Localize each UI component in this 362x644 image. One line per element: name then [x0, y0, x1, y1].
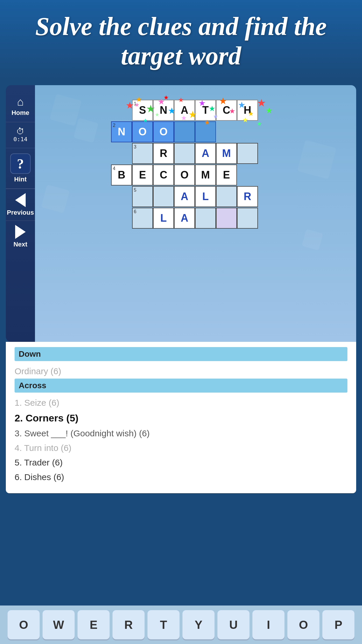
crossword-container: ★ ★ ★ ★ ★ ★ ★ ★ ★ ★ ★ ★ ★ ★ ★ ★ ★ ★ ★ ★	[111, 100, 280, 229]
key-r[interactable]: R	[113, 610, 145, 639]
clue-across-5[interactable]: 5. Trader (6)	[15, 455, 347, 470]
game-area: ★ ★ ★ ★ ★ ★ ★ ★ ★ ★ ★ ★ ★ ★ ★ ★ ★ ★ ★ ★	[35, 85, 356, 342]
key-o[interactable]: O	[8, 610, 40, 639]
home-icon: ⌂	[17, 96, 24, 107]
cell-6-5[interactable]	[216, 208, 237, 229]
cell-number-1: 1	[134, 101, 136, 106]
cell-5-6[interactable]: R	[237, 186, 258, 207]
key-w[interactable]: W	[43, 610, 75, 639]
timer-value: 0:14	[13, 136, 27, 143]
cell-1-2[interactable]: N	[153, 100, 174, 121]
sidebar-item-previous[interactable]: Previous	[6, 189, 35, 220]
cell-4-5[interactable]: E	[216, 164, 237, 186]
cell-4-4[interactable]: M	[195, 164, 216, 186]
key-t[interactable]: T	[147, 610, 180, 639]
cell-2-6-empty	[216, 121, 237, 142]
sidebar-item-next[interactable]: Next	[6, 220, 35, 252]
cell-2-1[interactable]: 2 N	[111, 121, 132, 142]
key-y[interactable]: Y	[182, 610, 215, 639]
cell-6-2[interactable]: L	[153, 208, 174, 229]
cell-6-6[interactable]	[237, 208, 258, 229]
key-u[interactable]: U	[217, 610, 249, 639]
cell-5-3[interactable]: A	[174, 186, 195, 207]
cell-1-6[interactable]: H	[237, 100, 258, 121]
hint-label: Hint	[14, 176, 27, 183]
clue-across-header: Across	[15, 379, 347, 393]
cell-4-2[interactable]: C	[153, 164, 174, 186]
clue-down-header: Down	[15, 347, 347, 361]
key-i[interactable]: I	[252, 610, 284, 639]
cell-number-2: 2	[113, 123, 115, 128]
home-label: Home	[11, 109, 29, 117]
cell-4-0[interactable]: 4 B	[111, 164, 132, 186]
cell-number-5: 5	[134, 188, 136, 193]
clue-across-6[interactable]: 6. Dishes (6)	[15, 470, 347, 484]
cell-6-3[interactable]: A	[174, 208, 195, 229]
hint-symbol: ?	[17, 156, 24, 172]
sidebar-item-home[interactable]: ⌂ Home	[6, 91, 35, 122]
cell-6-1[interactable]: 6	[132, 208, 153, 229]
grid-row-6: 6 L A	[132, 208, 280, 229]
cell-3-5[interactable]: M	[216, 143, 237, 164]
clue-across-4[interactable]: 4. Turn into (6)	[15, 441, 347, 455]
header: Solve the clues and find the target word	[0, 0, 362, 79]
clue-across-3[interactable]: 3. Sweet ___! (Goodnight wish) (6)	[15, 426, 347, 441]
cell-2-5[interactable]	[195, 121, 216, 142]
sidebar: ⌂ Home ⏱ 0:14 ? Hint Previous Next	[6, 85, 35, 342]
cell-1-3[interactable]: A	[174, 100, 195, 121]
keyboard: O W E R T Y U I O P	[0, 606, 362, 644]
key-o2[interactable]: O	[287, 610, 319, 639]
next-label: Next	[13, 241, 27, 248]
cell-5-5[interactable]	[216, 186, 237, 207]
cell-3-4[interactable]: A	[195, 143, 216, 164]
grid-row-5: 5 A L R	[132, 186, 280, 207]
crossword-grid: 1 S N A T C H 2 N O O	[111, 100, 280, 229]
game-wrapper: ⌂ Home ⏱ 0:14 ? Hint Previous Next	[6, 85, 356, 342]
cell-5-1[interactable]: 5	[132, 186, 153, 207]
key-e[interactable]: E	[78, 610, 110, 639]
next-arrow-icon	[15, 225, 26, 239]
cell-number-4: 4	[113, 166, 115, 171]
sidebar-item-hint[interactable]: ? Hint	[6, 148, 35, 189]
cell-3-2[interactable]: R	[153, 143, 174, 164]
cell-6-4[interactable]	[195, 208, 216, 229]
clue-down-1[interactable]: Ordinary (6)	[15, 364, 347, 379]
clue-across-1[interactable]: 1. Seize (6)	[15, 396, 347, 410]
cell-5-4[interactable]: L	[195, 186, 216, 207]
cell-number-6: 6	[134, 209, 136, 214]
cell-3-1[interactable]: 3	[132, 143, 153, 164]
cell-1-4[interactable]: T	[195, 100, 216, 121]
clues-section: Down Ordinary (6) Across 1. Seize (6) 2.…	[6, 342, 356, 493]
sidebar-item-timer: ⏱ 0:14	[6, 122, 35, 148]
cell-2-2[interactable]: O	[132, 121, 153, 142]
cell-1-1[interactable]: 1 S	[132, 100, 153, 121]
previous-arrow-icon	[15, 193, 26, 207]
cell-4-3[interactable]: O	[174, 164, 195, 186]
hint-button[interactable]: ?	[10, 153, 31, 174]
cell-5-2[interactable]	[153, 186, 174, 207]
cell-4-1[interactable]: E	[132, 164, 153, 186]
cell-2-3[interactable]: O	[153, 121, 174, 142]
header-title: Solve the clues and find the target word	[17, 12, 345, 71]
clue-across-2[interactable]: 2. Corners (5)	[15, 410, 347, 426]
cell-1-5[interactable]: C	[216, 100, 237, 121]
grid-row-2: 2 N O O	[111, 121, 280, 142]
cell-3-3[interactable]	[174, 143, 195, 164]
key-p[interactable]: P	[322, 610, 354, 639]
grid-row-3: 3 R A M	[132, 143, 280, 164]
cell-3-6[interactable]	[237, 143, 258, 164]
grid-row-4: 4 B E C O M E	[111, 164, 280, 186]
timer-icon: ⏱	[16, 127, 24, 136]
previous-label: Previous	[7, 209, 34, 216]
grid-row-1: 1 S N A T C H	[132, 100, 280, 121]
cell-number-3: 3	[134, 144, 136, 150]
cell-2-4[interactable]	[174, 121, 195, 142]
